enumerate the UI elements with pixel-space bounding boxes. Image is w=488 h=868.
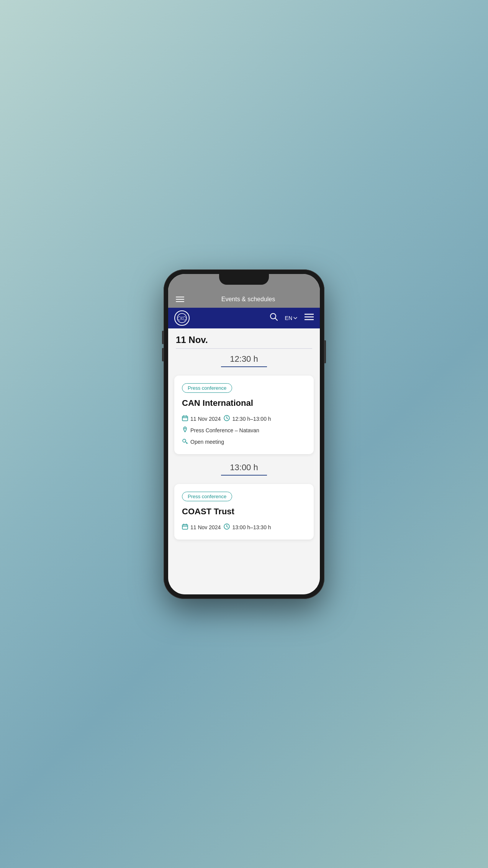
- calendar-icon-2: [182, 523, 188, 531]
- event-card-can-international[interactable]: Press conference CAN International: [174, 376, 314, 454]
- event-meta-can: 11 Nov 2024 12:30 h–13:00 h: [182, 415, 306, 446]
- date-header: 11 Nov.: [168, 328, 320, 348]
- notch: [219, 274, 269, 285]
- event-access-text: Open meeting: [190, 439, 224, 445]
- location-icon: [182, 427, 188, 434]
- brand-nav-bar: © EN: [168, 308, 320, 328]
- event-access-item: Open meeting: [182, 438, 306, 446]
- svg-text:©: ©: [180, 315, 184, 321]
- clock-icon: [224, 415, 230, 423]
- time-slot-1230: 12:30 h: [168, 349, 320, 372]
- event-title-coast: COAST Trust: [182, 507, 306, 517]
- hamburger-menu-icon[interactable]: [176, 297, 184, 302]
- brand-nav-right: EN: [270, 313, 314, 323]
- svg-line-3: [275, 318, 277, 320]
- time-slot-1300: 13:00 h: [168, 457, 320, 481]
- event-card-coast-trust[interactable]: Press conference COAST Trust: [174, 484, 314, 540]
- event-tag-press-conference: Press conference: [182, 383, 232, 393]
- event-location-text: Press Conference – Natavan: [190, 427, 259, 433]
- calendar-icon: [182, 415, 188, 423]
- language-selector[interactable]: EN: [285, 315, 298, 321]
- event-date-item-2: 11 Nov 2024: [182, 523, 221, 531]
- nav-menu-icon[interactable]: [305, 313, 314, 322]
- event-title-can: CAN International: [182, 398, 306, 408]
- event-date-item: 11 Nov 2024: [182, 415, 221, 423]
- clock-icon-2: [224, 523, 230, 531]
- event-date-time-row: 11 Nov 2024 12:30 h–13:00 h: [182, 415, 306, 423]
- event-time-item-2: 13:00 h–13:30 h: [224, 523, 271, 531]
- date-text: 11 Nov.: [176, 335, 312, 345]
- svg-line-13: [227, 418, 228, 419]
- svg-rect-18: [182, 525, 188, 529]
- phone-screen: Events & schedules ©: [168, 274, 320, 594]
- phone-frame: Events & schedules ©: [164, 269, 324, 599]
- events-content[interactable]: 11 Nov. 12:30 h Press conference CAN Int…: [168, 328, 320, 594]
- svg-line-24: [227, 527, 228, 527]
- svg-point-14: [185, 428, 186, 429]
- event-time-item: 12:30 h–13:00 h: [224, 415, 271, 423]
- top-nav-bar: Events & schedules: [168, 291, 320, 308]
- brand-logo[interactable]: ©: [174, 310, 190, 326]
- event-date-text-2: 11 Nov 2024: [190, 524, 221, 530]
- event-time-text: 12:30 h–13:00 h: [232, 416, 271, 422]
- event-tag-press-conference-2: Press conference: [182, 492, 232, 501]
- event-time-text-2: 13:00 h–13:30 h: [232, 524, 271, 530]
- event-date-text: 11 Nov 2024: [190, 416, 221, 422]
- top-nav-title: Events & schedules: [184, 296, 312, 303]
- event-date-time-row-2: 11 Nov 2024 13:00 h–13:30 h: [182, 523, 306, 531]
- svg-rect-7: [182, 416, 188, 421]
- key-icon: [182, 438, 188, 446]
- event-location-item: Press Conference – Natavan: [182, 427, 306, 434]
- search-icon[interactable]: [270, 313, 278, 323]
- event-meta-coast: 11 Nov 2024 13:00 h–13:30 h: [182, 523, 306, 531]
- logo-icon: ©: [174, 310, 190, 326]
